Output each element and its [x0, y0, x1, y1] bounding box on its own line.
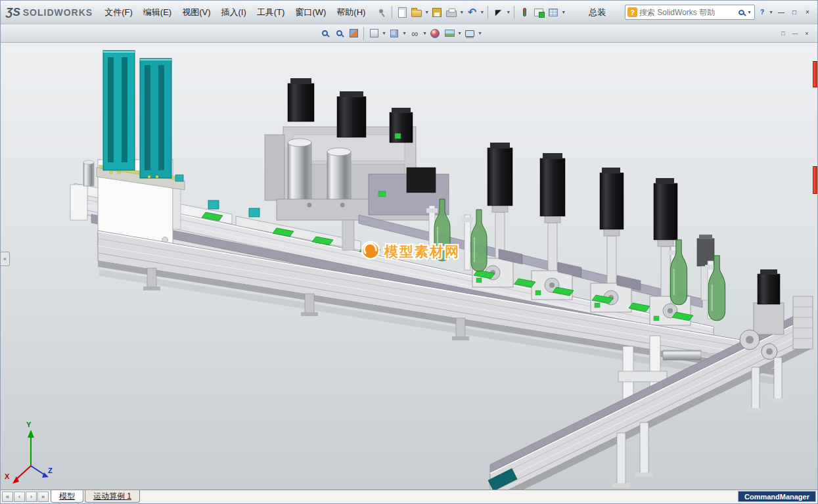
select-arrow-icon: ◤: [495, 9, 501, 16]
tab-scroll-previous-button[interactable]: ‹: [14, 492, 25, 502]
close-button[interactable]: ×: [802, 7, 813, 18]
undo-button[interactable]: ↶: [465, 5, 479, 20]
display-style-button[interactable]: [387, 26, 401, 41]
help-button[interactable]: ?: [756, 7, 768, 18]
axis-y-label: Y: [26, 421, 32, 428]
search-icon[interactable]: [738, 10, 744, 15]
apply-scene-icon: [445, 30, 455, 37]
app-name: SOLIDWORKS: [23, 7, 93, 18]
commandmanager-label[interactable]: CommandManager: [738, 491, 816, 502]
view-settings-dropdown[interactable]: ▾: [477, 30, 483, 36]
teal-magazines[interactable]: [97, 51, 185, 190]
hide-show-dropdown[interactable]: ▾: [422, 30, 428, 36]
menu-pin-icon[interactable]: [375, 5, 389, 20]
featuremanager-flyout-tab[interactable]: «: [1, 252, 10, 266]
separator: [514, 6, 514, 19]
tab-motion-study[interactable]: 运动算例 1: [85, 490, 140, 503]
zoom-to-fit-button[interactable]: [317, 26, 332, 41]
apply-scene-button[interactable]: [442, 26, 457, 41]
undo-dropdown[interactable]: ▾: [479, 9, 485, 15]
open-folder-icon: [411, 10, 422, 17]
status-bar: « ‹ › » 模型 运动算例 1: [1, 490, 817, 503]
graphics-area[interactable]: 模型素材网 Y X Z: [1, 43, 817, 490]
instant3d-icon: [523, 8, 526, 16]
solidworks-logo: ƷS SOLIDWORKS: [5, 6, 99, 19]
menu-window[interactable]: 窗口(W): [290, 4, 331, 21]
hide-show-items-icon: ∞: [411, 29, 418, 38]
search-box[interactable]: ? ▾: [625, 5, 755, 20]
tab-scroll-first-button[interactable]: «: [2, 492, 13, 502]
minimize-button[interactable]: —: [775, 7, 787, 18]
new-document-icon: [398, 7, 407, 18]
section-view-icon: [350, 29, 358, 37]
axis-x-label: X: [5, 472, 10, 480]
new-document-button[interactable]: [395, 5, 409, 20]
graphics-viewport[interactable]: 模型素材网 Y X Z «: [1, 43, 817, 490]
tab-model[interactable]: 模型: [51, 490, 83, 503]
edit-appearance-button[interactable]: [428, 26, 442, 41]
doc-restore-button[interactable]: □: [778, 29, 788, 38]
view-orientation-dropdown[interactable]: ▾: [381, 30, 387, 36]
tab-scroll-buttons: « ‹ › »: [2, 490, 49, 503]
menu-file[interactable]: 文件(F): [99, 4, 138, 21]
display-style-dropdown[interactable]: ▾: [401, 30, 407, 36]
section-view-button[interactable]: [346, 26, 361, 41]
doc-close-button[interactable]: ×: [802, 29, 812, 38]
tab-model-label: 模型: [59, 491, 75, 502]
print-dropdown[interactable]: ▾: [459, 9, 465, 15]
view-settings-icon: [465, 30, 474, 37]
menu-insert[interactable]: 插入(I): [216, 4, 251, 21]
instant3d-button[interactable]: [517, 5, 532, 20]
view-settings-button[interactable]: [463, 26, 477, 41]
select-tool-button[interactable]: ◤: [491, 5, 505, 20]
open-button[interactable]: [409, 5, 424, 20]
edit-component-icon: [534, 9, 543, 16]
watermark: 模型素材网: [362, 242, 460, 259]
zoom-to-fit-icon: [322, 30, 328, 36]
document-name: 总装: [589, 7, 606, 18]
tab-motion-study-label: 运动算例 1: [93, 491, 131, 502]
tab-scroll-next-button[interactable]: ›: [26, 492, 37, 502]
maximize-button[interactable]: □: [788, 7, 800, 18]
menu-bar: ƷS SOLIDWORKS 文件(F) 编辑(E) 视图(V) 插入(I) 工具…: [1, 1, 817, 24]
search-input[interactable]: [639, 8, 737, 17]
menu-edit[interactable]: 编辑(E): [138, 4, 177, 21]
taskpane-edge-strip[interactable]: [813, 61, 817, 87]
document-window-controls: □ — ×: [777, 29, 812, 38]
axis-z-label: Z: [48, 467, 53, 474]
save-button[interactable]: [430, 5, 444, 20]
separator: [488, 6, 488, 19]
heads-up-toolbar: ▾ ▾ ∞ ▾ ▾ ▾ □ — ×: [1, 24, 817, 43]
options-dropdown[interactable]: ▾: [560, 9, 566, 15]
help-dropdown[interactable]: ▾: [768, 9, 774, 15]
search-dropdown[interactable]: ▾: [746, 9, 752, 15]
press-station[interactable]: [265, 78, 449, 250]
view-orientation-button[interactable]: [367, 26, 381, 41]
view-orientation-icon: [370, 29, 378, 37]
print-icon: [446, 11, 457, 17]
menu-tools[interactable]: 工具(T): [252, 4, 290, 21]
standard-toolbar: ▾ ▾ ↶ ▾ ◤ ▾ ▾: [375, 5, 566, 20]
watermark-text: 模型素材网: [384, 244, 460, 259]
flyout-arrow-icon: «: [3, 256, 7, 262]
edit-appearance-icon: [430, 29, 440, 38]
zoom-to-area-button[interactable]: [332, 26, 346, 41]
hide-show-items-button[interactable]: ∞: [407, 26, 422, 41]
open-dropdown[interactable]: ▾: [424, 9, 430, 15]
select-dropdown[interactable]: ▾: [505, 9, 511, 15]
apply-scene-dropdown[interactable]: ▾: [457, 30, 463, 36]
taskpane-edge-strip[interactable]: [813, 166, 817, 194]
tab-scroll-last-button[interactable]: »: [37, 492, 49, 502]
save-icon: [432, 8, 442, 17]
edit-component-button[interactable]: [532, 5, 546, 20]
print-button[interactable]: [444, 5, 459, 20]
doc-minimize-button[interactable]: —: [790, 29, 800, 38]
menu-view[interactable]: 视图(V): [177, 4, 216, 21]
undo-icon: ↶: [468, 7, 476, 18]
menu-help[interactable]: 帮助(H): [331, 4, 371, 21]
solidworks-window: ƷS SOLIDWORKS 文件(F) 编辑(E) 视图(V) 插入(I) 工具…: [0, 0, 818, 504]
options-button[interactable]: [546, 5, 560, 20]
pin-icon: [378, 9, 386, 16]
ds-logo-glyph: ƷS: [6, 6, 20, 19]
options-table-icon: [549, 9, 558, 16]
